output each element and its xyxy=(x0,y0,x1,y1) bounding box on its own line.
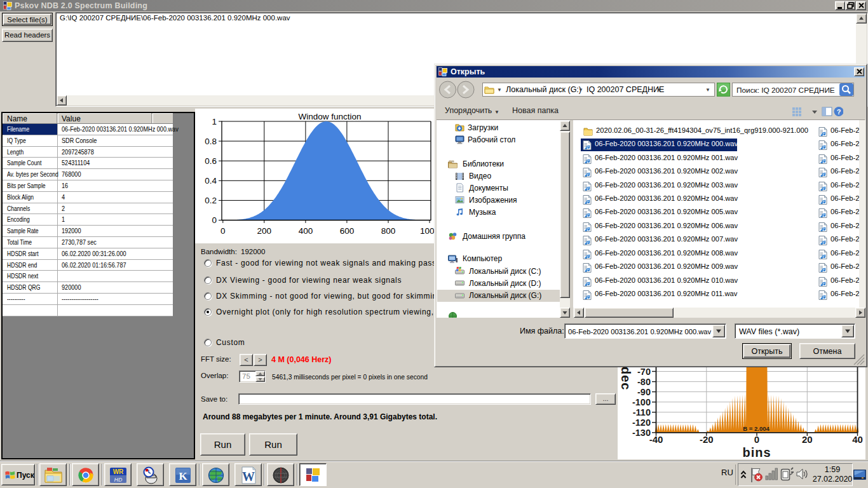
svg-text:?: ? xyxy=(837,108,841,116)
svg-text:WR: WR xyxy=(113,468,124,475)
svg-text:HD: HD xyxy=(114,477,123,483)
svg-text:W: W xyxy=(242,470,255,484)
svg-text:K: K xyxy=(179,470,187,482)
